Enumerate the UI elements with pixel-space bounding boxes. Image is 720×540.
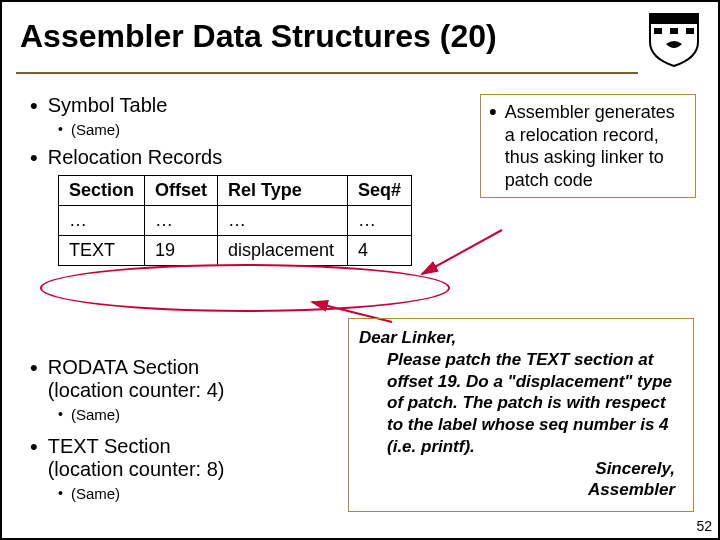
th-offset: Offset (145, 176, 218, 206)
slide: Assembler Data Structures (20) Symbol Ta… (0, 0, 720, 540)
svg-rect-3 (686, 28, 694, 34)
page-number: 52 (696, 518, 712, 534)
bullet-rodata: RODATA Section (location counter: 4) (30, 356, 330, 402)
shield-logo (644, 10, 704, 70)
td: 4 (348, 236, 412, 266)
td: TEXT (59, 236, 145, 266)
letter-box: Dear Linker, Please patch the TEXT secti… (348, 318, 694, 512)
table-header-row: Section Offset Rel Type Seq# (59, 176, 412, 206)
letter-body: Please patch the TEXT section at offset … (359, 349, 683, 458)
th-seq: Seq# (348, 176, 412, 206)
bullet-text-section: TEXT Section (location counter: 8) (30, 435, 330, 481)
svg-rect-2 (670, 28, 678, 34)
callout-box: Assembler generates a relocation record,… (480, 94, 696, 198)
sub-bullet-text: (Same) (71, 121, 120, 138)
td: 19 (145, 236, 218, 266)
letter-sign2: Assembler (359, 479, 683, 501)
bullet-text: Symbol Table (48, 94, 168, 117)
letter-sign1: Sincerely, (359, 458, 683, 480)
th-section: Section (59, 176, 145, 206)
sub-bullet-text-same: (Same) (58, 485, 330, 502)
svg-rect-0 (650, 14, 698, 24)
td: displacement (218, 236, 348, 266)
title-bar: Assembler Data Structures (20) (16, 14, 638, 74)
lower-bullets: RODATA Section (location counter: 4) (Sa… (30, 352, 330, 510)
table-row: … … … … (59, 206, 412, 236)
bullet-text: RODATA Section (location counter: 4) (48, 356, 225, 402)
letter-greeting: Dear Linker, (359, 327, 683, 349)
td: … (218, 206, 348, 236)
sub-bullet-rodata-same: (Same) (58, 406, 330, 423)
td: … (59, 206, 145, 236)
th-reltype: Rel Type (218, 176, 348, 206)
callout-text: Assembler generates a relocation record,… (505, 101, 687, 191)
table-row: TEXT 19 displacement 4 (59, 236, 412, 266)
bullet-text: TEXT Section (location counter: 8) (48, 435, 225, 481)
sub-bullet-text: (Same) (71, 406, 120, 423)
slide-title: Assembler Data Structures (20) (20, 18, 497, 54)
td: … (145, 206, 218, 236)
td: … (348, 206, 412, 236)
bullet-text: Relocation Records (48, 146, 223, 169)
svg-rect-1 (654, 28, 662, 34)
sub-bullet-text: (Same) (71, 485, 120, 502)
reloc-table: Section Offset Rel Type Seq# … … … … TEX… (58, 175, 412, 266)
